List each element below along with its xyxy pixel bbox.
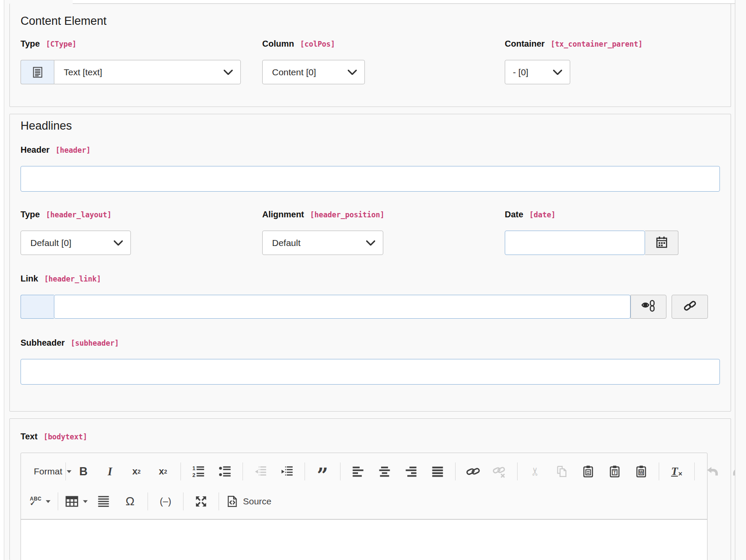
bodytext-label-row: Text [bodytext] [21, 432, 720, 441]
toolbar-row: FormatBIx2x212”✂TWT× [27, 456, 701, 486]
bold-button[interactable]: B [70, 461, 97, 482]
italic-button[interactable]: I [97, 461, 123, 482]
horizontal-line-button[interactable] [90, 491, 117, 512]
subheader-input[interactable] [21, 359, 720, 385]
copy-button [548, 461, 575, 482]
link-browser-button[interactable] [672, 295, 708, 319]
colpos-select[interactable]: Content [0] [262, 60, 365, 84]
format-dropdown-label: Format [34, 466, 62, 477]
chevron-down-icon [348, 70, 357, 75]
outdent-button [247, 461, 274, 482]
align-right-button[interactable] [398, 461, 424, 482]
unlink-button [486, 461, 513, 482]
blockquote-icon: ” [317, 462, 328, 481]
header-layout-label: Type [21, 210, 40, 219]
right-gutter [735, 0, 746, 560]
toolbar-separator [694, 462, 695, 480]
ctype-select[interactable]: Text [text] [54, 60, 241, 84]
cut-icon: ✂ [530, 466, 540, 477]
paste-from-word-button[interactable]: W [628, 461, 654, 482]
header-layout-code: [header_layout] [46, 210, 112, 219]
link-browser-icon [683, 299, 697, 314]
toolbar-separator [58, 492, 58, 510]
header-layout-select-value: Default [0] [30, 238, 71, 248]
svg-text:T: T [613, 470, 616, 475]
link-icon [466, 465, 480, 478]
link-button[interactable] [460, 461, 486, 482]
paste-button[interactable] [575, 461, 601, 482]
paste-plain-text-button[interactable]: T [601, 461, 628, 482]
special-character-button[interactable]: Ω [117, 491, 143, 512]
source-label: Source [243, 496, 272, 507]
colpos-code: [colPos] [300, 40, 335, 48]
header-label: Header [21, 145, 50, 155]
container-select[interactable]: - [0] [505, 60, 570, 84]
section-title-content-element: Content Element [21, 15, 720, 28]
header-layout-select[interactable]: Default [0] [21, 231, 131, 255]
date-label: Date [505, 210, 523, 219]
header-position-label-row: Alignment [header_position] [262, 210, 505, 219]
toggle-link-explanation-icon [641, 299, 656, 315]
table-dropdown-icon [65, 495, 79, 508]
svg-text:2: 2 [192, 472, 195, 478]
header-position-select[interactable]: Default [262, 231, 383, 255]
superscript-icon: x2 [159, 467, 167, 476]
spellcheck-dropdown-icon: ABC✓ [30, 496, 42, 507]
superscript-button[interactable]: x2 [150, 461, 176, 482]
toolbar-separator [219, 492, 219, 510]
header-link-input[interactable] [54, 295, 631, 319]
header-input[interactable] [21, 166, 720, 192]
indent-icon [281, 465, 293, 478]
date-label-row: Date [date] [505, 210, 720, 219]
caret-down-icon [83, 500, 88, 503]
align-center-button[interactable] [371, 461, 398, 482]
remove-format-button[interactable]: T× [663, 461, 690, 482]
blockquote-button[interactable]: ” [309, 461, 336, 482]
format-dropdown[interactable]: Format [27, 461, 61, 482]
subheader-label: Subheader [21, 338, 65, 348]
chevron-down-icon [114, 240, 123, 246]
toolbar-separator [65, 462, 66, 480]
toolbar-separator [659, 462, 659, 480]
editor-content[interactable] [21, 520, 707, 560]
source-button[interactable]: Source [223, 491, 274, 512]
italic-icon: I [108, 466, 112, 477]
maximize-button[interactable] [188, 491, 214, 512]
bullet-list-icon [219, 465, 231, 478]
bodytext-code: [bodytext] [44, 433, 87, 441]
header-position-label: Alignment [262, 210, 304, 219]
tab-boundary [73, 0, 735, 4]
link-type-addon [21, 295, 54, 319]
ordered-list-button[interactable]: 12 [185, 461, 212, 482]
toggle-link-explanation-button[interactable] [631, 295, 666, 319]
date-input[interactable] [505, 231, 645, 255]
remove-format-icon: T× [671, 466, 682, 477]
colpos-select-value: Content [0] [272, 67, 316, 77]
header-link-label: Link [21, 274, 38, 284]
toolbar-separator [517, 462, 518, 480]
tab-content-surface: Content Element Type [CType] Text [text] [4, 0, 735, 560]
table-dropdown[interactable] [62, 491, 90, 512]
align-justify-button[interactable] [424, 461, 451, 482]
toolbar-separator [340, 462, 340, 480]
unlink-icon [493, 465, 506, 478]
editor-toolbar: FormatBIx2x212”✂TWT×ABC✓Ω(–)Source [21, 453, 707, 520]
bold-icon: B [79, 466, 88, 477]
copy-icon [555, 465, 568, 478]
indent-button[interactable] [274, 461, 300, 482]
container-label: Container [505, 39, 545, 49]
toolbar-separator [305, 462, 305, 480]
colpos-label-row: Column [colPos] [262, 39, 505, 49]
toolbar-separator [183, 492, 184, 510]
chevron-down-icon [366, 240, 375, 246]
align-justify-icon [431, 465, 444, 478]
subscript-button[interactable]: x2 [123, 461, 150, 482]
spellcheck-dropdown[interactable]: ABC✓ [27, 491, 53, 512]
header-label-row: Header [header] [21, 145, 720, 155]
date-picker-button[interactable] [645, 231, 678, 255]
soft-hyphen-button[interactable]: (–) [152, 491, 179, 512]
bullet-list-button[interactable] [212, 461, 238, 482]
source-icon [226, 495, 239, 508]
bodytext-section: Text [bodytext] FormatBIx2x212”✂TWT×ABC✓… [9, 418, 731, 560]
align-left-button[interactable] [345, 461, 371, 482]
